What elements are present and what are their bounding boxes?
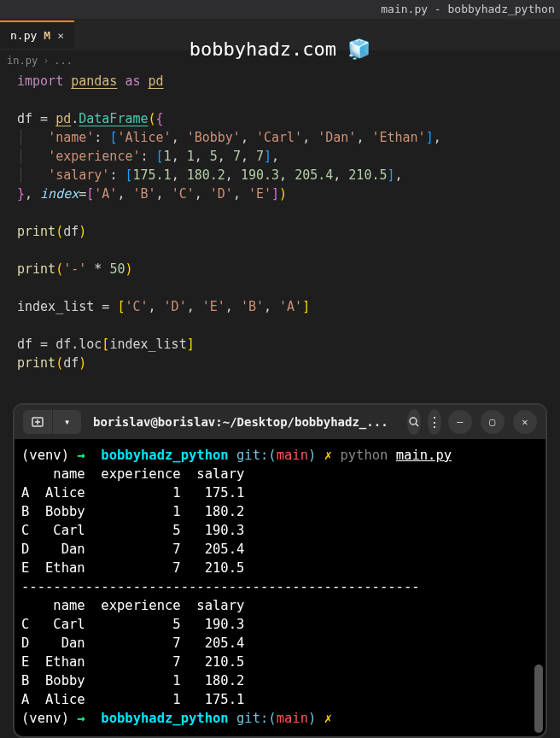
arg-df: df [63, 224, 79, 239]
git-branch: main [277, 448, 308, 463]
git-paren: ) [308, 711, 316, 726]
output-separator: ----------------------------------------… [21, 579, 420, 594]
terminal-window: ▾ borislav@borislav:~/Desktop/bobbyhadz_… [13, 403, 547, 738]
svg-point-3 [410, 418, 417, 425]
code-line: df = df.loc[index_list] [17, 335, 560, 354]
output-row: A Alice 1 175.1 [21, 485, 244, 501]
output-row: C Carl 5 190.3 [21, 523, 244, 538]
title-text: main.py - bobbyhadz_python [5, 3, 555, 15]
git-dirty-icon: ✗ [324, 711, 332, 726]
terminal-path: borislav@borislav:~/Desktop/bobbyhadz_..… [93, 415, 388, 429]
code-editor[interactable]: import pandas as pd df = pd.DataFrame({ … [0, 70, 560, 390]
code-line: df = pd.DataFrame({ [17, 109, 560, 128]
scrollbar[interactable] [534, 665, 543, 733]
title-bar: main.py - bobbyhadz_python [0, 0, 560, 19]
venv-label: (venv) [21, 711, 69, 726]
keyword-as: as [125, 73, 140, 89]
svg-line-4 [416, 424, 418, 426]
num-50: 50 [109, 261, 125, 277]
terminal-titlebar: ▾ borislav@borislav:~/Desktop/bobbyhadz_… [15, 405, 545, 439]
command-arg: main.py [396, 448, 452, 463]
op-star: * [94, 261, 102, 277]
output-row: D Dan 7 205.4 [21, 542, 244, 557]
output-row: B Bobby 1 180.2 [21, 673, 244, 688]
output-row: B Bobby 1 180.2 [21, 504, 244, 519]
watermark-text: bobbyhadz.com [190, 38, 336, 60]
terminal-new-tab-button[interactable] [23, 410, 52, 434]
obj-pd: pd [55, 111, 71, 126]
key-salary: 'salary' [48, 167, 109, 183]
git-label: git:( [236, 448, 277, 463]
prompt-arrow: → [77, 448, 85, 463]
module-pandas: pandas [71, 73, 117, 89]
method-dataframe: DataFrame [79, 111, 148, 126]
code-line: }, index=['A', 'B', 'C', 'D', 'E']) [17, 184, 560, 203]
search-icon[interactable] [407, 409, 421, 435]
kwarg-index: index [40, 186, 79, 202]
operator-eq: = [40, 111, 48, 126]
git-label: git:( [236, 711, 277, 726]
output-header: name experience salary [21, 598, 244, 613]
cube-icon: 🧊 [347, 38, 370, 60]
terminal-body[interactable]: (venv) → bobbyhadz_python git:(main) ✗ p… [15, 439, 545, 735]
code-line: print(df) [17, 222, 560, 241]
code-line: │ 'experience': [1, 1, 5, 7, 7], [17, 147, 560, 166]
key-name: 'name' [48, 130, 94, 145]
code-line: │ 'name': ['Alice', 'Bobby', 'Carl', 'Da… [17, 128, 560, 147]
var-df: df [17, 111, 32, 126]
menu-icon[interactable]: ⋮ [428, 409, 441, 435]
site-watermark: bobbyhadz.com 🧊 [0, 38, 560, 60]
terminal-dropdown-button[interactable]: ▾ [52, 410, 81, 434]
prop-loc: loc [79, 337, 102, 352]
output-row: E Ethan 7 210.5 [21, 654, 244, 670]
maximize-button[interactable]: ▢ [481, 410, 505, 434]
code-line: index_list = ['C', 'D', 'E', 'B', 'A'] [17, 297, 560, 316]
prompt-dir: bobbyhadz_python [101, 448, 228, 463]
key-experience: 'experience' [48, 149, 140, 164]
func-print: print [17, 261, 55, 277]
git-dirty-icon: ✗ [324, 448, 332, 463]
prompt-arrow: → [77, 711, 85, 726]
window-controls: — ▢ ✕ [448, 410, 537, 434]
code-line: │ 'salary': [175.1, 180.2, 190.3, 205.4,… [17, 166, 560, 184]
func-print: print [17, 224, 55, 239]
output-row: D Dan 7 205.4 [21, 636, 244, 651]
output-header: name experience salary [21, 466, 244, 482]
ref-indexlist: index_list [109, 337, 186, 352]
code-line: print(df) [17, 354, 560, 372]
func-print: print [17, 355, 55, 371]
alias-pd: pd [149, 73, 164, 89]
keyword-import: import [17, 73, 63, 89]
venv-label: (venv) [21, 448, 69, 463]
output-row: E Ethan 7 210.5 [21, 560, 244, 576]
var-indexlist: index_list [17, 299, 94, 314]
output-row: A Alice 1 175.1 [21, 692, 244, 707]
minimize-button[interactable]: — [448, 410, 472, 434]
code-line: import pandas as pd [17, 72, 560, 91]
str-dash: '-' [63, 261, 86, 277]
git-branch: main [277, 711, 308, 726]
git-paren: ) [308, 448, 316, 463]
close-button[interactable]: ✕ [513, 410, 537, 434]
output-row: C Carl 5 190.3 [21, 617, 244, 632]
code-line: print('-' * 50) [17, 260, 560, 278]
prompt-dir: bobbyhadz_python [101, 711, 228, 726]
new-tab-group: ▾ [23, 410, 81, 434]
command: python [340, 448, 388, 463]
